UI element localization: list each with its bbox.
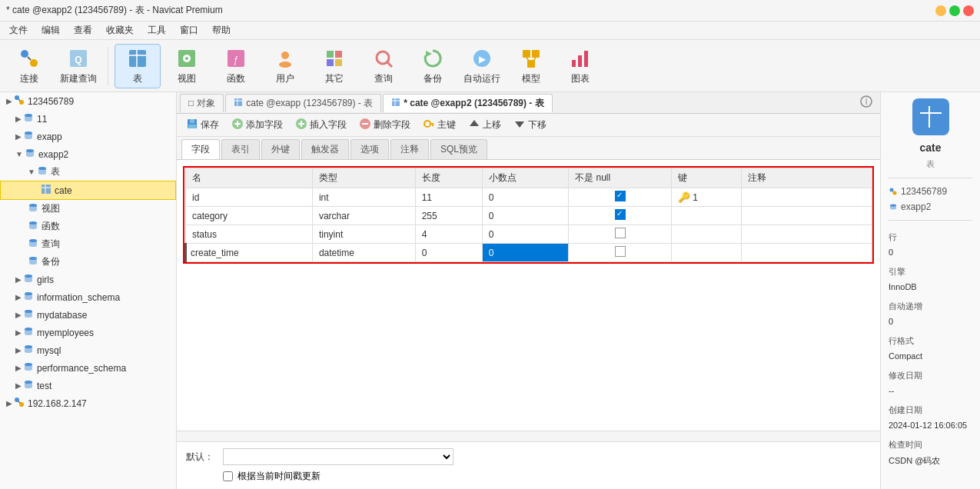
toolbar-btn-chart[interactable]: 图表 [557, 44, 603, 88]
table-row[interactable]: statustinyint40 [186, 225, 872, 244]
notnull-checkbox[interactable] [615, 228, 626, 238]
sidebar-item-db-mysql[interactable]: ▶mysql [0, 341, 176, 359]
cell-name[interactable]: category [186, 207, 313, 225]
cell-comment[interactable] [742, 225, 872, 244]
cell-notnull[interactable] [569, 244, 672, 262]
default-select[interactable] [223, 448, 453, 465]
maximize-button[interactable] [949, 5, 960, 16]
save-icon [186, 118, 198, 132]
table-tab-选项[interactable]: 选项 [350, 139, 389, 159]
toolbar-btn-model[interactable]: 模型 [508, 44, 554, 88]
table-tab-外键[interactable]: 外键 [261, 139, 300, 159]
save-button[interactable]: 保存 [181, 116, 224, 134]
table-tab-注释[interactable]: 注释 [390, 139, 429, 159]
cell-length[interactable]: 4 [415, 225, 482, 244]
notnull-checkbox[interactable] [615, 191, 626, 201]
cell-decimal[interactable]: 0 [482, 244, 568, 262]
cell-notnull[interactable] [569, 207, 672, 225]
toolbar-btn-auto-run[interactable]: ▶自动运行 [459, 44, 505, 88]
menu-item-文件[interactable]: 文件 [3, 22, 34, 38]
tab-cate-tab1[interactable]: cate @exapp (123456789) - 表 [225, 94, 381, 112]
cell-notnull[interactable] [569, 225, 672, 244]
cell-name[interactable]: status [186, 225, 313, 244]
sidebar-item-group-tables[interactable]: ▼表 [0, 163, 176, 181]
cell-decimal[interactable]: 0 [482, 225, 568, 244]
sidebar-item-group-backups[interactable]: 备份 [0, 253, 176, 271]
cell-comment[interactable] [742, 207, 872, 225]
move-down-icon [513, 118, 526, 132]
toolbar-btn-other[interactable]: 其它 [311, 44, 357, 88]
cell-comment[interactable] [742, 244, 872, 262]
table-tab-触发器[interactable]: 触发器 [301, 139, 349, 159]
toolbar-btn-connect[interactable]: 连接 [6, 44, 52, 88]
cell-length[interactable]: 0 [415, 244, 482, 262]
cell-decimal[interactable]: 0 [482, 207, 568, 225]
cell-name[interactable]: create_time [186, 244, 313, 262]
menu-item-工具[interactable]: 工具 [141, 22, 172, 38]
table-tab-表引[interactable]: 表引 [221, 139, 260, 159]
tab-cate-tab2[interactable]: * cate @exapp2 (123456789) - 表 [383, 94, 552, 112]
sidebar-item-group-functions[interactable]: 函数 [0, 218, 176, 235]
cell-type[interactable]: datetime [312, 244, 415, 262]
cell-length[interactable]: 11 [415, 188, 482, 207]
info-icon[interactable]: i [855, 94, 877, 111]
cell-type[interactable]: int [312, 188, 415, 207]
minimize-button[interactable] [935, 5, 946, 16]
sidebar-item-db-performance_schema[interactable]: ▶performance_schema [0, 359, 176, 377]
toolbar-btn-function[interactable]: ƒ函数 [213, 44, 259, 88]
sidebar-item-group-views[interactable]: 视图 [0, 200, 176, 218]
move-down-button[interactable]: 下移 [509, 116, 551, 134]
sidebar-item-group-queries[interactable]: 查询 [0, 235, 176, 253]
cell-type[interactable]: tinyint [312, 225, 415, 244]
menu-item-收藏夹[interactable]: 收藏夹 [100, 22, 140, 38]
table-row[interactable]: idint110🔑 1 [186, 188, 872, 207]
col-header-不是 null: 不是 null [569, 168, 672, 188]
insert-field-button[interactable]: 插入字段 [291, 116, 351, 134]
move-up-button[interactable]: 上移 [463, 116, 506, 134]
rp-divider-1 [889, 178, 972, 178]
sidebar-item-db-girls[interactable]: ▶girls [0, 271, 176, 288]
toolbar-btn-new-query[interactable]: Q新建查询 [55, 44, 101, 88]
table-tab-SQL预览[interactable]: SQL预览 [430, 139, 487, 159]
table-tab-字段[interactable]: 字段 [181, 139, 220, 159]
tab-object-tab[interactable]: □对象 [180, 94, 224, 112]
sidebar-item-db-exapp2[interactable]: ▼exapp2 [0, 145, 176, 163]
sidebar-item-conn-192[interactable]: ▶192.168.2.147 [0, 394, 176, 412]
toolbar-btn-backup[interactable]: 备份 [410, 44, 456, 88]
sidebar-item-conn-123456789[interactable]: ▶123456789 [0, 92, 176, 110]
toolbar-btn-user[interactable]: 用户 [262, 44, 308, 88]
h-scrollbar[interactable] [177, 431, 880, 441]
cell-length[interactable]: 255 [415, 207, 482, 225]
notnull-checkbox[interactable] [615, 209, 626, 220]
toolbar-btn-table[interactable]: 表 [115, 44, 161, 88]
cell-type[interactable]: varchar [312, 207, 415, 225]
sidebar-item-db-11[interactable]: ▶11 [0, 110, 176, 128]
cell-key [671, 225, 741, 244]
notnull-checkbox[interactable] [615, 246, 626, 257]
table-row[interactable]: create_timedatetime00 [186, 244, 872, 262]
toolbar-btn-view[interactable]: 视图 [164, 44, 210, 88]
sidebar-item-db-test[interactable]: ▶test [0, 377, 176, 394]
menu-item-帮助[interactable]: 帮助 [206, 22, 237, 38]
menu-item-编辑[interactable]: 编辑 [35, 22, 66, 38]
menu-item-查看[interactable]: 查看 [68, 22, 98, 38]
timestamp-checkbox[interactable] [223, 471, 233, 481]
delete-field-button[interactable]: 删除字段 [354, 116, 415, 134]
sidebar-item-db-myemployees[interactable]: ▶myemployees [0, 324, 176, 341]
cell-decimal[interactable]: 0 [482, 188, 568, 207]
data-table-wrapper[interactable]: 名类型长度小数点不是 null键注释idint110🔑 1categoryvar… [177, 160, 880, 431]
svg-marker-79 [515, 121, 524, 128]
cell-name[interactable]: id [186, 188, 313, 207]
toolbar-btn-query[interactable]: 查询 [360, 44, 407, 88]
table-row[interactable]: categoryvarchar2550 [186, 207, 872, 225]
sidebar-item-db-mydatabase[interactable]: ▶mydatabase [0, 306, 176, 324]
cell-notnull[interactable] [569, 188, 672, 207]
sidebar-item-db-exapp[interactable]: ▶exapp [0, 128, 176, 145]
sidebar-item-tbl-cate[interactable]: cate [0, 181, 176, 200]
menu-item-窗口[interactable]: 窗口 [174, 22, 204, 38]
primary-key-button[interactable]: 主键 [418, 116, 460, 134]
sidebar-item-db-information_schema[interactable]: ▶information_schema [0, 288, 176, 306]
add-field-button[interactable]: 添加字段 [227, 116, 287, 134]
close-button[interactable] [963, 5, 974, 16]
cell-comment[interactable] [742, 188, 872, 207]
